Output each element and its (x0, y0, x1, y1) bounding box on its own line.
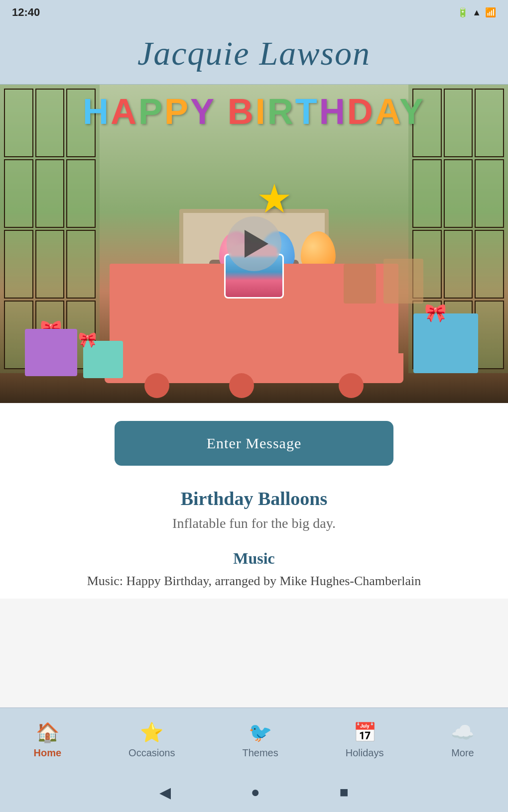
gift-bow-green: 🎀 (78, 331, 97, 348)
card-subtitle: Inflatable fun for the big day. (30, 515, 478, 531)
music-credit: Music: Happy Birthday, arranged by Mike … (30, 574, 478, 589)
nav-item-themes[interactable]: 🐦 Themes (232, 717, 288, 763)
themes-icon: 🐦 (249, 721, 272, 743)
nav-item-home[interactable]: 🏠 Home (24, 717, 72, 763)
home-icon: 🏠 (36, 721, 59, 743)
music-label: Music (30, 549, 478, 568)
nav-label-more: More (451, 747, 474, 759)
back-button[interactable]: ◀ (159, 784, 171, 801)
scene: HAPPY BIRTHDAY ★ (0, 85, 508, 403)
play-button[interactable] (227, 216, 281, 271)
birthday-banner: HAPPY BIRTHDAY (0, 94, 508, 129)
nav-label-holidays: Holidays (346, 747, 384, 759)
nav-item-more[interactable]: ☁️ More (441, 717, 484, 763)
info-section: Birthday Balloons Inflatable fun for the… (0, 466, 508, 599)
card-image: HAPPY BIRTHDAY ★ (0, 85, 508, 403)
status-bar: 12:40 🔋 ▲ 📶 (0, 0, 508, 25)
occasions-icon: ⭐ (140, 721, 163, 743)
card-title: Birthday Balloons (30, 488, 478, 509)
candy-display2 (344, 264, 376, 304)
status-time: 12:40 (12, 6, 40, 19)
play-icon (245, 230, 268, 258)
nav-label-home: Home (34, 747, 62, 759)
gift-bow-right: 🎀 (424, 303, 447, 323)
card-image-container[interactable]: HAPPY BIRTHDAY ★ (0, 85, 508, 403)
nav-label-themes: Themes (242, 747, 278, 759)
app-header: Jacquie Lawson (0, 25, 508, 85)
holidays-icon: 📅 (353, 721, 377, 743)
home-button[interactable]: ● (251, 784, 259, 801)
nav-item-occasions[interactable]: ⭐ Occasions (119, 717, 185, 763)
wifi-icon: ▲ (472, 7, 481, 18)
app-title: Jacquie Lawson (0, 34, 508, 73)
gift-left: 🎀 🎀 (25, 329, 123, 378)
bottom-nav: 🏠 Home ⭐ Occasions 🐦 Themes 📅 Holidays ☁… (0, 708, 508, 772)
nav-item-holidays[interactable]: 📅 Holidays (336, 717, 394, 763)
recent-button[interactable]: ■ (340, 784, 349, 801)
system-nav: ◀ ● ■ (0, 772, 508, 812)
status-icons: 🔋 ▲ 📶 (457, 7, 496, 18)
gift-right: 🎀 (413, 313, 478, 373)
candy-display (383, 259, 423, 304)
star-decoration: ★ (256, 179, 292, 219)
main-content: HAPPY BIRTHDAY ★ (0, 85, 508, 599)
nav-label-occasions: Occasions (128, 747, 175, 759)
battery-icon: 🔋 (457, 7, 468, 18)
gift-box-purple (25, 329, 77, 376)
enter-message-button[interactable]: Enter Message (115, 421, 393, 466)
signal-icon: 📶 (485, 7, 496, 18)
more-icon: ☁️ (451, 721, 474, 743)
